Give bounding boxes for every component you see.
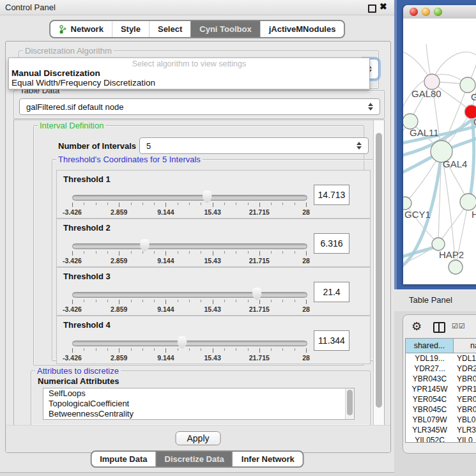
threshold-slider[interactable]: -3.4262.8599.14415.4321.71528 [72,192,306,217]
number-of-intervals-combobox[interactable]: 5 [139,137,369,154]
cell-shared-name[interactable]: YDL19... [406,353,454,364]
cell-name[interactable]: YDR2 [454,364,476,374]
attribute-list-scrollbar[interactable] [345,388,354,419]
thresholds-groupbox: Threshold's Coordinates for 5 Intervals … [52,159,375,361]
scrollbar-thumb[interactable] [347,390,353,415]
network-node[interactable] [403,197,411,210]
column-checkboxes-icon[interactable]: ☑☑ [452,322,466,330]
network-canvas[interactable]: GAL80GACGAL11GAL4GCY1HHAP2 [403,19,476,284]
attribute-item[interactable]: SelfLoops [43,388,354,399]
minimize-traffic-light-icon[interactable] [422,8,430,16]
bottom-tabstrip: Impute DataDiscretize DataInfer Network [90,450,304,468]
tab-discretize-data[interactable]: Discretize Data [156,452,233,466]
table-data-value: galFiltered.sif default node [26,102,123,112]
cell-shared-name[interactable]: YLR345W [406,425,454,435]
tab-jactivemnodules[interactable]: jActiveMNodules [260,21,344,37]
float-window-icon[interactable] [368,4,376,13]
cell-shared-name[interactable]: YBR043C [406,374,454,384]
threshold-slider[interactable]: -3.4262.8599.14415.4321.71528 [72,289,306,314]
node-label: GA [471,91,476,102]
threshold-value-field[interactable]: 6.316 [314,233,349,254]
slider-tick-labels: -3.4262.8599.14415.4321.71528 [72,354,306,362]
apply-button[interactable]: Apply [175,431,220,445]
zoom-traffic-light-icon[interactable] [434,8,442,16]
panel-title: Control Panel [5,3,56,12]
slider-track[interactable] [72,195,307,201]
control-panel: Control Panel ✖ NetworkStyleSelectCyni T… [0,0,395,473]
panel-scrollbar[interactable] [373,120,384,426]
threshold-slider[interactable]: -3.4262.8599.14415.4321.71528 [72,241,306,265]
table-row[interactable]: YDL19...YDL1 [406,353,476,364]
cell-name[interactable]: YDL1 [454,353,476,364]
table-row[interactable]: YBR045CYBR0 [406,404,476,415]
network-node[interactable] [424,74,440,89]
table-row[interactable]: YER054CYER0 [406,394,476,404]
algorithm-option[interactable]: Equal Width/Frequency Discretization [12,78,155,88]
tab-impute-data[interactable]: Impute Data [91,452,155,466]
slider-thumb[interactable] [139,239,150,252]
column-header-shared[interactable]: shared... [406,339,454,353]
table-row[interactable]: YDR27...YDR2 [406,364,476,374]
tab-style[interactable]: Style [112,21,149,37]
network-view-window: GAL80GACGAL11GAL4GCY1HHAP2 [403,5,476,284]
cell-name[interactable]: YBR0 [454,404,476,415]
scrollbar-thumb[interactable] [376,133,382,408]
table-row[interactable]: YBL079WYBL0 [406,415,476,425]
algorithm-option[interactable]: Manual Discretization [12,68,100,78]
cell-shared-name[interactable]: YBR045C [406,404,454,415]
threshold-value-field[interactable]: 14.713 [314,185,349,205]
numerical-attributes-list[interactable]: SelfLoopsTopologicalCoefficientBetweenne… [43,388,355,420]
attribute-item[interactable]: BetweennessCentrality [43,409,354,419]
table-row[interactable]: YIL052CYIL0 [406,435,476,443]
table-row[interactable]: YPR145WYPR1 [406,384,476,394]
tab-network[interactable]: Network [50,21,112,37]
cell-name[interactable]: YPR1 [454,384,476,394]
cell-name[interactable]: YER0 [454,394,476,404]
slider-thumb[interactable] [252,288,263,300]
node-table[interactable]: shared... na YDL19...YDL1YDR27...YDR2YBR… [405,338,476,443]
table-row[interactable]: YLR345WYLR3 [406,425,476,435]
cell-name[interactable]: YBR0 [454,374,476,384]
attribute-item[interactable]: TopologicalCoefficient [43,399,354,409]
tab-select[interactable]: Select [149,21,190,37]
table-row[interactable]: YBR043CYBR0 [406,374,476,384]
slider-track[interactable] [72,292,307,298]
table-header-row: shared... na [406,339,476,353]
slider-thumb[interactable] [177,336,188,349]
tab-infer-network[interactable]: Infer Network [233,452,303,466]
cell-name[interactable]: YBL0 [454,415,476,425]
network-window-titlebar[interactable] [403,5,476,19]
node-label: GAL80 [411,88,441,99]
gear-icon[interactable]: ⚙ [411,319,422,334]
column-header-name[interactable]: na [454,339,476,353]
cell-shared-name[interactable]: YPR145W [406,384,454,394]
slider-thumb[interactable] [202,190,213,203]
threshold-value-field[interactable]: 21.4 [314,282,349,302]
node-label: GAL4 [443,158,467,169]
cell-name[interactable]: YLR3 [454,425,476,435]
network-node[interactable] [460,77,475,93]
network-node[interactable] [449,260,463,274]
table-data-groupbox: Table Data galFiltered.sif default node [13,90,385,119]
network-node[interactable] [460,194,476,210]
interval-definition-groupbox: Interval Definition Number of Intervals … [33,125,364,365]
threshold-value-field[interactable]: 11.344 [314,330,349,351]
slider-track[interactable] [72,243,307,249]
close-traffic-light-icon[interactable] [410,8,418,16]
number-of-intervals-label: Number of Intervals [58,141,136,151]
table-data-combobox[interactable]: galFiltered.sif default node [19,98,380,115]
cell-shared-name[interactable]: YBL079W [406,415,454,425]
cell-shared-name[interactable]: YDR27... [406,364,454,374]
network-node[interactable] [432,238,445,250]
screen: Control Panel ✖ NetworkStyleSelectCyni T… [0,0,476,476]
slider-track[interactable] [72,341,307,346]
tab-label: Impute Data [100,454,147,464]
cell-shared-name[interactable]: YER054C [406,394,454,404]
split-view-icon[interactable] [433,322,445,333]
threshold-slider[interactable]: -3.4262.8599.14415.4321.71528 [72,338,306,362]
cell-name[interactable]: YIL0 [454,435,476,443]
slider-tick-labels: -3.4262.8599.14415.4321.71528 [72,305,306,313]
close-icon[interactable]: ✖ [380,1,387,12]
tab-cyni-toolbox[interactable]: Cyni Toolbox [190,21,259,37]
cell-shared-name[interactable]: YIL052C [406,435,454,443]
